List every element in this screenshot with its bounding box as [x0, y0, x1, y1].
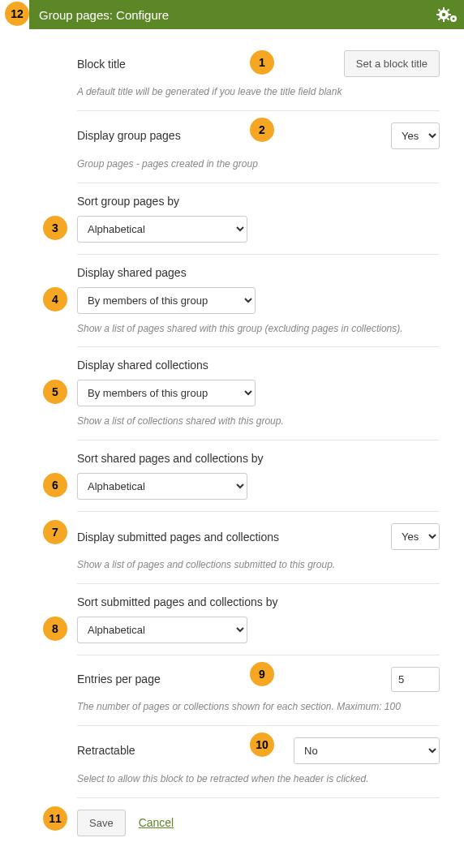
retractable-select[interactable]: No — [294, 737, 440, 764]
svg-rect-4 — [436, 14, 439, 15]
field-display-shared-collections: 5 Display shared collections By members … — [77, 347, 440, 440]
field-block-title: 1 Block title Set a block title A defaul… — [77, 45, 440, 111]
marker-11: 11 — [43, 806, 67, 831]
svg-rect-3 — [443, 19, 445, 22]
retractable-help: Select to allow this block to be retract… — [77, 772, 440, 786]
entries-per-page-help: The number of pages or collections shown… — [77, 700, 440, 714]
sort-submitted-label: Sort submitted pages and collections by — [77, 595, 440, 608]
marker-9: 9 — [250, 662, 274, 686]
display-shared-collections-label: Display shared collections — [77, 359, 440, 372]
marker-6: 6 — [43, 473, 67, 497]
svg-point-1 — [442, 13, 445, 16]
block-title-label: Block title — [77, 58, 126, 71]
entries-per-page-input[interactable] — [391, 667, 440, 692]
svg-rect-7 — [447, 18, 450, 21]
sort-submitted-select[interactable]: Alphabetical — [77, 617, 247, 643]
dialog-title: Group pages: Configure — [39, 8, 464, 22]
marker-12: 12 — [5, 2, 29, 26]
display-shared-collections-select[interactable]: By members of this group — [77, 380, 256, 406]
field-retractable: 10 Retractable No Select to allow this b… — [77, 726, 440, 798]
display-group-pages-help: Group pages - pages created in the group — [77, 157, 440, 171]
marker-2: 2 — [250, 118, 274, 142]
svg-point-11 — [453, 18, 455, 20]
marker-5: 5 — [43, 380, 67, 404]
display-shared-pages-select[interactable]: By members of this group — [77, 287, 256, 314]
gears-icon — [436, 5, 458, 27]
marker-3: 3 — [43, 216, 67, 240]
field-display-submitted: 7 Display submitted pages and collection… — [77, 512, 440, 584]
field-sort-submitted: 8 Sort submitted pages and collections b… — [77, 584, 440, 655]
entries-per-page-label: Entries per page — [77, 672, 161, 685]
display-shared-pages-help: Show a list of pages shared with this gr… — [77, 322, 440, 336]
sort-group-pages-select[interactable]: Alphabetical — [77, 216, 247, 243]
block-title-help: A default title will be generated if you… — [77, 85, 440, 99]
sort-group-pages-label: Sort group pages by — [77, 195, 440, 208]
svg-rect-9 — [438, 18, 441, 21]
field-sort-group-pages: 3 Sort group pages by Alphabetical — [77, 183, 440, 255]
svg-rect-2 — [443, 7, 445, 10]
dialog-header: × Group pages: Configure — [0, 0, 464, 29]
marker-7: 7 — [43, 520, 67, 544]
display-shared-pages-label: Display shared pages — [77, 266, 440, 279]
form-actions: 11 Save Cancel — [77, 798, 440, 853]
form-body: 1 Block title Set a block title A defaul… — [0, 29, 464, 868]
marker-4: 4 — [43, 287, 67, 312]
set-block-title-button[interactable]: Set a block title — [344, 50, 440, 77]
save-button[interactable]: Save — [77, 810, 126, 836]
field-display-group-pages: 2 Display group pages Yes Group pages - … — [77, 111, 440, 183]
svg-rect-5 — [449, 14, 451, 15]
sort-shared-label: Sort shared pages and collections by — [77, 452, 440, 465]
display-submitted-help: Show a list of pages and collections sub… — [77, 558, 440, 572]
marker-1: 1 — [250, 50, 274, 75]
display-group-pages-label: Display group pages — [77, 129, 181, 142]
marker-8: 8 — [43, 617, 67, 641]
display-shared-collections-help: Show a list of collections shared with t… — [77, 415, 440, 428]
marker-10: 10 — [250, 733, 274, 757]
svg-rect-6 — [438, 9, 441, 12]
sort-shared-select[interactable]: Alphabetical — [77, 473, 247, 500]
field-entries-per-page: 9 Entries per page The number of pages o… — [77, 655, 440, 726]
retractable-label: Retractable — [77, 744, 135, 757]
svg-rect-8 — [447, 9, 450, 12]
display-submitted-select[interactable]: Yes — [391, 523, 440, 550]
cancel-link[interactable]: Cancel — [139, 816, 174, 829]
display-submitted-label: Display submitted pages and collections — [77, 531, 279, 544]
field-display-shared-pages: 4 Display shared pages By members of thi… — [77, 255, 440, 348]
display-group-pages-select[interactable]: Yes — [391, 122, 440, 149]
field-sort-shared: 6 Sort shared pages and collections by A… — [77, 440, 440, 512]
